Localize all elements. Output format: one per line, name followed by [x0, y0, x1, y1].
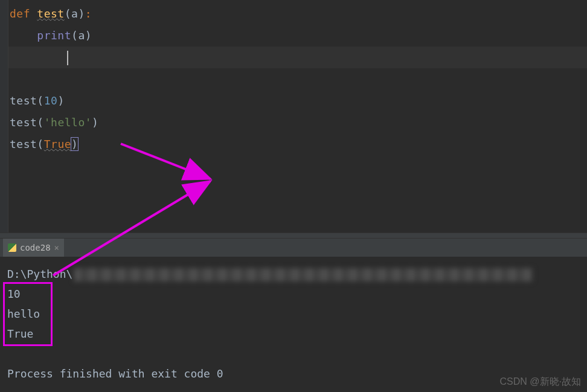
code-line[interactable]: test(True) — [10, 133, 587, 155]
code-line[interactable]: test('hello') — [10, 112, 587, 133]
string-literal: 'hello' — [44, 116, 92, 129]
tab-label: code28 — [20, 243, 51, 252]
paren-close: ) — [57, 94, 64, 107]
paren-close: ) — [85, 29, 92, 42]
paren-close: ) — [92, 116, 98, 129]
console-output-line: True — [7, 324, 580, 344]
console-exit-line: Process finished with exit code 0 — [7, 364, 580, 384]
paren-close: ) — [78, 7, 85, 20]
parameter: a — [78, 29, 85, 42]
code-line[interactable]: def test(a): — [10, 3, 587, 25]
paren-open: ( — [37, 116, 43, 129]
console-output-line: 10 — [7, 284, 580, 304]
blurred-path — [74, 268, 533, 281]
code-line-empty[interactable] — [10, 68, 587, 90]
code-line[interactable]: test(10) — [10, 90, 587, 112]
paren-open: ( — [37, 94, 43, 107]
function-name: test — [37, 7, 64, 20]
watermark: CSDN @新晓·故知 — [500, 376, 581, 388]
function-call: test — [10, 94, 37, 107]
paren-open: ( — [65, 7, 71, 20]
close-icon[interactable]: × — [54, 243, 59, 252]
code-content[interactable]: def test(a): print(a) test(10) test('hel… — [8, 0, 587, 233]
builtin-print: print — [37, 29, 71, 42]
console-empty-line — [7, 344, 580, 364]
python-file-icon — [8, 243, 16, 252]
function-call: test — [10, 116, 37, 129]
panel-divider[interactable] — [0, 233, 587, 239]
keyword-def: def — [10, 7, 30, 20]
console-tab[interactable]: code28 × — [3, 239, 64, 257]
code-line-cursor[interactable] — [10, 47, 587, 68]
console-output-line: hello — [7, 304, 580, 324]
editor-area[interactable]: def test(a): print(a) test(10) test('hel… — [0, 0, 587, 233]
console-path-line: D:\Python\ — [7, 264, 580, 284]
parameter: a — [71, 7, 78, 20]
console-output[interactable]: D:\Python\ 10 hello True Process finishe… — [0, 257, 587, 391]
paren-close: ) — [71, 137, 79, 151]
paren-open: ( — [37, 138, 43, 150]
editor-gutter — [0, 0, 8, 233]
code-line[interactable]: print(a) — [10, 25, 587, 47]
text-caret — [67, 51, 68, 65]
paren-open: ( — [71, 29, 78, 42]
colon: : — [85, 7, 92, 20]
number-literal: 10 — [44, 94, 58, 107]
function-call: test — [10, 138, 37, 150]
bool-literal: True — [44, 138, 71, 150]
console-tabs: code28 × — [0, 239, 587, 257]
